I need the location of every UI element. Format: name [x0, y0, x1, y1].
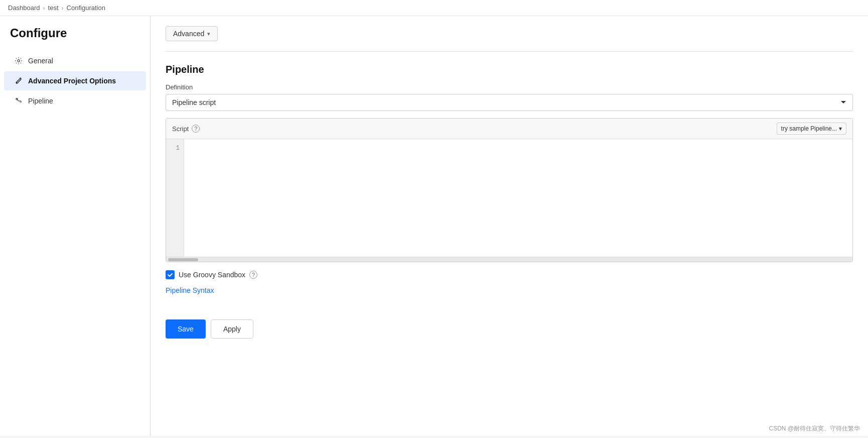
checkmark-icon — [167, 272, 173, 278]
script-editor-area: Script ? try sample Pipeline... ▾ 1 — [166, 118, 853, 262]
line-numbers: 1 — [166, 139, 184, 257]
try-sample-label: try sample Pipeline... — [781, 125, 837, 132]
definition-select[interactable]: Pipeline script Pipeline script from SCM — [166, 94, 853, 111]
apply-button[interactable]: Apply — [211, 319, 253, 339]
gear-icon — [14, 56, 23, 65]
script-label-row: Script ? — [172, 125, 200, 133]
definition-label: Definition — [166, 83, 853, 91]
code-textarea[interactable] — [184, 139, 280, 255]
sidebar-item-general[interactable]: General — [4, 51, 146, 70]
script-help-icon[interactable]: ? — [192, 125, 200, 133]
advanced-dropdown-button[interactable]: Advanced ▾ — [166, 26, 218, 41]
wrench-icon — [14, 76, 23, 85]
content-area: Advanced ▾ Pipeline Definition Pipeline … — [151, 16, 868, 435]
groovy-sandbox-label: Use Groovy Sandbox — [179, 271, 245, 279]
breadcrumb-configuration: Configuration — [67, 4, 105, 12]
action-bar: Save Apply — [166, 309, 853, 339]
sidebar: Configure General Advanced Project Optio… — [0, 16, 151, 435]
breadcrumb-test[interactable]: test — [48, 4, 59, 12]
svg-point-1 — [17, 83, 17, 83]
breadcrumb-dashboard[interactable]: Dashboard — [8, 4, 40, 12]
pipeline-icon — [14, 96, 23, 105]
sidebar-item-general-label: General — [28, 57, 53, 65]
save-button[interactable]: Save — [166, 319, 206, 339]
sidebar-item-pipeline-label: Pipeline — [28, 97, 53, 105]
advanced-chevron-icon: ▾ — [207, 31, 210, 37]
watermark: CSDN @耐得住寂寞、守得住繁华 — [769, 424, 860, 433]
page-title: Configure — [0, 26, 150, 50]
line-num-1: 1 — [166, 143, 184, 153]
sandbox-help-icon[interactable]: ? — [249, 271, 257, 279]
sidebar-item-pipeline[interactable]: Pipeline — [4, 91, 146, 111]
script-label-text: Script — [172, 125, 189, 133]
pipeline-syntax-link[interactable]: Pipeline Syntax — [166, 286, 214, 294]
svg-point-0 — [18, 60, 20, 62]
sidebar-item-advanced-project-options[interactable]: Advanced Project Options — [4, 71, 146, 90]
breadcrumb: Dashboard › test › Configuration — [0, 0, 868, 16]
main-layout: Configure General Advanced Project Optio… — [0, 16, 868, 435]
try-sample-chevron-icon: ▾ — [839, 125, 842, 132]
svg-point-2 — [16, 98, 18, 100]
script-header: Script ? try sample Pipeline... ▾ — [166, 119, 852, 139]
try-sample-button[interactable]: try sample Pipeline... ▾ — [777, 123, 846, 135]
breadcrumb-sep-2: › — [62, 5, 64, 12]
advanced-label: Advanced — [173, 30, 204, 38]
groovy-sandbox-row: Use Groovy Sandbox ? — [166, 270, 853, 279]
scrollbar-thumb — [168, 258, 198, 261]
scrollbar-area[interactable] — [166, 257, 852, 262]
sidebar-item-advanced-label: Advanced Project Options — [28, 77, 116, 85]
code-editor: 1 — [166, 139, 852, 257]
pipeline-section-title: Pipeline — [166, 64, 853, 75]
groovy-sandbox-checkbox[interactable] — [166, 270, 175, 279]
section-divider — [166, 51, 853, 52]
breadcrumb-sep-1: › — [43, 5, 45, 12]
